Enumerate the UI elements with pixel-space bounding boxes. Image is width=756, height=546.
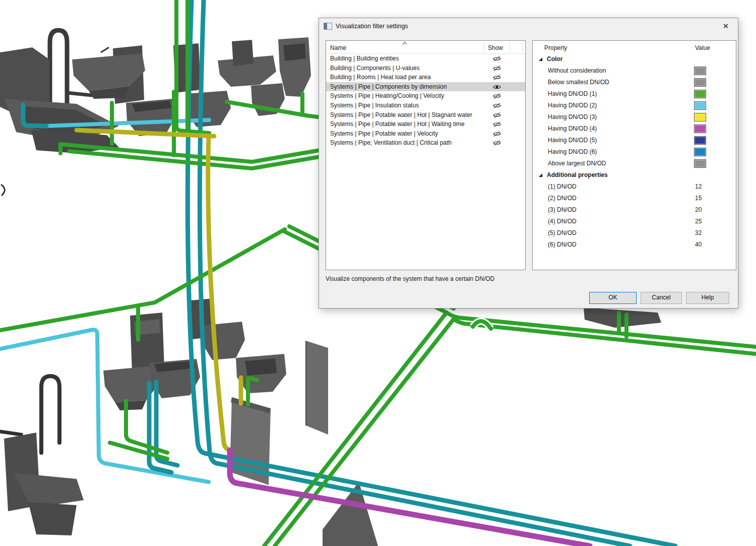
close-icon[interactable]: ✕: [720, 21, 731, 32]
property-row[interactable]: (1) DN/OD 12: [533, 181, 736, 193]
property-row[interactable]: Having DN/OD (1): [533, 88, 736, 100]
property-value[interactable]: 25: [695, 218, 702, 225]
show-column-header[interactable]: Show: [488, 44, 503, 51]
ok-button[interactable]: OK: [589, 292, 637, 304]
filter-row[interactable]: Systems | Pipe | Heating/Cooling | Veloc…: [326, 91, 525, 101]
filter-name: Systems | Pipe | Potable water | Hot | W…: [330, 119, 465, 129]
filter-name: Systems | Pipe | Potable water | Velocit…: [330, 129, 438, 139]
property-row[interactable]: Above largest DN/OD: [533, 158, 736, 169]
property-row[interactable]: Having DN/OD (3): [533, 111, 736, 123]
cyan-pipes: [0, 120, 209, 482]
eye-hidden-icon[interactable]: [492, 131, 501, 137]
color-swatch[interactable]: [694, 78, 706, 87]
color-swatch[interactable]: [694, 136, 706, 145]
filter-name: Systems | Pipe; Ventilation duct | Criti…: [330, 138, 452, 148]
eye-hidden-icon[interactable]: [492, 121, 501, 128]
property-column-header: Property: [544, 44, 567, 51]
eye-hidden-icon[interactable]: [492, 74, 501, 81]
filter-name: Systems | Pipe | Potable water | Hot | S…: [330, 110, 472, 120]
eye-hidden-icon[interactable]: [492, 55, 501, 62]
grab-bar: [67, 93, 92, 95]
app-window-icon: [324, 23, 332, 30]
filter-row[interactable]: Systems | Pipe | Potable water | Velocit…: [326, 129, 525, 139]
filter-row[interactable]: Systems | Pipe | Potable water | Hot | W…: [326, 119, 525, 129]
property-row[interactable]: (6) DN/OD 40: [533, 239, 736, 251]
color-swatch[interactable]: [694, 101, 706, 110]
cancel-button[interactable]: Cancel: [641, 292, 682, 304]
cistern: [232, 40, 254, 66]
property-label: Having DN/OD (6): [548, 148, 597, 155]
color-swatch[interactable]: [694, 159, 706, 168]
filter-row[interactable]: Systems | Pipe | Potable water | Hot | S…: [326, 110, 525, 120]
property-row[interactable]: Having DN/OD (5): [533, 135, 736, 146]
sort-ascending-icon: [402, 41, 408, 45]
eye-hidden-icon[interactable]: [492, 102, 501, 109]
eye-hidden-icon[interactable]: [492, 65, 501, 72]
color-swatch[interactable]: [694, 67, 706, 75]
yellow-pipes: [77, 130, 241, 450]
property-row[interactable]: Without consideration: [533, 65, 736, 77]
help-button[interactable]: Help: [686, 292, 729, 304]
filter-row[interactable]: Building | Rooms | Heat load per area: [326, 73, 525, 82]
filter-row-selected[interactable]: Systems | Pipe | Components by dimension: [326, 82, 525, 92]
property-row[interactable]: Having DN/OD (4): [533, 123, 736, 135]
filter-description: Visualize components of the system that …: [326, 275, 494, 282]
column-divider: [522, 42, 523, 52]
color-swatch[interactable]: [694, 125, 706, 133]
filter-row[interactable]: Building | Components | U-values: [326, 64, 525, 73]
color-swatch[interactable]: [694, 90, 706, 98]
eye-visible-icon[interactable]: [492, 84, 501, 90]
property-value[interactable]: 12: [695, 183, 702, 190]
valve: [239, 376, 243, 380]
property-row[interactable]: Below smallest DN/OD: [533, 77, 736, 88]
color-swatch[interactable]: [694, 113, 706, 122]
property-label: Having DN/OD (1): [548, 90, 597, 97]
visualization-filter-dialog: Visualization filter settings ✕ Name Sho…: [319, 18, 738, 309]
property-value[interactable]: 40: [695, 241, 702, 248]
property-row[interactable]: Having DN/OD (2): [533, 100, 736, 111]
radiator-panel: [306, 341, 328, 435]
name-column-header[interactable]: Name: [330, 44, 346, 51]
tree-expanded-icon: [538, 173, 543, 177]
urinal-inner: [283, 43, 306, 61]
wall-toilet: [201, 322, 245, 360]
property-label: (5) DN/OD: [548, 229, 577, 236]
group-row-color[interactable]: Color: [533, 53, 736, 65]
property-label: Having DN/OD (3): [548, 113, 597, 120]
filter-name: Building | Building entities: [330, 54, 399, 64]
grab-bar: [41, 376, 59, 453]
filter-row[interactable]: Systems | Pipe | Insulation status: [326, 101, 525, 110]
filter-name: Building | Components | U-values: [330, 64, 420, 73]
filter-row[interactable]: Building | Building entities: [326, 54, 525, 64]
property-row[interactable]: (2) DN/OD 15: [533, 193, 736, 204]
group-label: Color: [547, 55, 562, 63]
property-label: Having DN/OD (2): [548, 102, 597, 109]
tree-expanded-icon: [538, 57, 543, 62]
column-divider: [484, 42, 484, 52]
radiator-panel: [584, 308, 661, 328]
color-swatch[interactable]: [694, 148, 706, 156]
faucet: [101, 47, 109, 52]
property-label: (2) DN/OD: [548, 195, 577, 202]
group-label: Additional properties: [547, 171, 608, 178]
property-label: (3) DN/OD: [548, 206, 577, 213]
property-value[interactable]: 20: [695, 206, 702, 213]
column-divider: [510, 42, 510, 52]
pipe: [70, 151, 323, 168]
property-row[interactable]: Having DN/OD (6): [533, 146, 736, 158]
eye-hidden-icon[interactable]: [492, 112, 501, 118]
property-value[interactable]: 32: [695, 229, 702, 236]
sink-square-inner: [245, 358, 277, 376]
property-row[interactable]: (3) DN/OD 20: [533, 204, 736, 216]
filter-row[interactable]: Systems | Pipe; Ventilation duct | Criti…: [326, 138, 525, 148]
dialog-titlebar[interactable]: Visualization filter settings: [319, 18, 738, 34]
property-label: Having DN/OD (5): [548, 137, 597, 144]
eye-hidden-icon[interactable]: [492, 93, 501, 99]
property-row[interactable]: (4) DN/OD 25: [533, 216, 736, 227]
property-value[interactable]: 15: [695, 195, 702, 202]
group-row-additional-properties[interactable]: Additional properties: [533, 169, 736, 181]
filter-name: Systems | Pipe | Components by dimension: [330, 82, 447, 92]
property-row[interactable]: (5) DN/OD 32: [533, 227, 736, 239]
property-label: Above largest DN/OD: [548, 160, 606, 167]
eye-hidden-icon[interactable]: [492, 140, 501, 146]
